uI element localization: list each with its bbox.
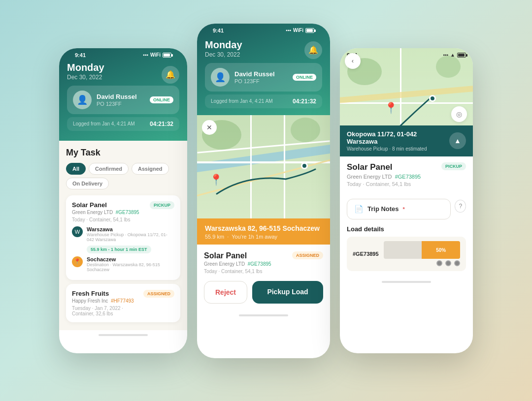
- driver-info: David Russel PO 123FF: [97, 93, 145, 107]
- logged-time: 04:21:32: [150, 121, 173, 127]
- phone3-origin-pin: 📍: [384, 102, 398, 115]
- task1-detail: Today · Container, 54,1 lbs: [72, 217, 139, 222]
- wifi-icon: WiFi: [150, 52, 161, 58]
- phone2-online-badge: ONLINE: [293, 74, 316, 81]
- bell-button[interactable]: 🔔: [162, 66, 179, 84]
- location-eta: You're 1h 1m away: [232, 234, 277, 240]
- route-origin-sub: Warehouse Pickup · Okopowa 11/72, 01-042…: [87, 232, 174, 242]
- map-dest-pin: [301, 162, 308, 169]
- phone2-driver-card: 👤 David Russel PO 123FF ONLINE: [205, 63, 322, 92]
- trip-notes-button[interactable]: 📄 Trip Notes*: [347, 199, 451, 219]
- signal-icon: ▪▪▪: [143, 52, 148, 58]
- reject-button[interactable]: Reject: [204, 281, 247, 304]
- task-card-solar[interactable]: Solar Panel Green Energy LTD #GE73895 To…: [66, 195, 180, 280]
- wheel-1: [436, 260, 442, 266]
- route-distance: 55.9 km - 1 hour 1 min EST: [87, 246, 151, 253]
- location-button[interactable]: ◎: [451, 106, 467, 122]
- my-task-section: My Task All Confirmed Assigned On Delive…: [59, 141, 187, 330]
- phone-1: 9:41 ▪▪▪ WiFi Monday Dec 30, 2022 🔔 👤 Da…: [59, 48, 187, 353]
- phone3-company: Green Energy LTD #GE73895: [347, 174, 421, 180]
- route-origin: W Warszawa Warehouse Pickup · Okopowa 11…: [72, 226, 174, 242]
- phone-3: 9:41 ▪▪▪ ▲: [340, 48, 473, 353]
- phone2-logged-row: Logged from Jan 4, 4:21 AM 04:21:32: [205, 94, 322, 108]
- phone2-logged-text: Logged from Jan 4, 4:21 AM: [211, 98, 273, 104]
- route-dot-orange: 📍: [72, 256, 83, 267]
- trip-notes-left: 📄 Trip Notes*: [354, 205, 405, 214]
- filter-assigned[interactable]: Assigned: [132, 163, 169, 175]
- map-origin-pin: 📍: [209, 174, 223, 186]
- route-destination: 📍 Sochaczew Destination · Warszawska 82,…: [72, 256, 174, 272]
- route-dest-sub: Destination · Warszawska 82, 96-515 Soch…: [87, 262, 174, 272]
- address-card: Okopowa 11/72, 01-042 Warszawa Warehouse…: [340, 125, 473, 156]
- section-title: My Task: [66, 148, 180, 158]
- phone3-task-header: Solar Panel Green Energy LTD #GE73895 To…: [347, 162, 466, 187]
- location-name: Warszawska 82, 96-515 Sochaczew: [205, 224, 322, 232]
- location-sub: 55.9 km · You're 1h 1m away: [205, 234, 322, 240]
- phone1-header: 9:41 ▪▪▪ WiFi Monday Dec 30, 2022 🔔 👤 Da…: [59, 48, 187, 141]
- filter-all[interactable]: All: [66, 163, 86, 175]
- logged-text: Logged from Jan 4, 4:21 AM: [73, 121, 135, 126]
- task1-name: Solar Panel: [72, 201, 139, 209]
- load-details-title: Load details: [347, 225, 466, 233]
- address-sub: Warehouse Pickup · 8 min estimated: [347, 146, 449, 152]
- phone2-header: 9:41 ▪▪▪ WiFi Monday Dec 30, 2022 🔔 👤 Da…: [197, 24, 330, 115]
- driver-id: PO 123FF: [97, 101, 145, 107]
- help-button[interactable]: ?: [455, 200, 466, 213]
- task2-company: Happy Fresh Inc #HF77493: [72, 298, 143, 304]
- location-distance: 55.9 km: [205, 234, 224, 240]
- task1-company: Green Energy LTD #GE73895: [72, 210, 139, 215]
- back-button[interactable]: ‹: [345, 53, 361, 69]
- phone3-signal: ▪▪▪: [443, 52, 448, 58]
- filter-delivery[interactable]: On Delivery: [66, 178, 109, 189]
- task2-name: Fresh Fruits: [72, 290, 143, 297]
- phone3-battery: [457, 53, 466, 58]
- trip-notes-label: Trip Notes: [367, 205, 399, 213]
- phone2-wifi: WiFi: [293, 28, 303, 33]
- phone2-day: Monday: [205, 39, 242, 51]
- trip-notes-row: 📄 Trip Notes* ?: [347, 193, 466, 219]
- task-card-fruits[interactable]: Fresh Fruits Happy Fresh Inc #HF77493 Tu…: [66, 284, 180, 322]
- filter-confirmed[interactable]: Confirmed: [89, 163, 129, 175]
- battery-icon: [163, 53, 171, 58]
- truck-fill: 50%: [422, 241, 460, 259]
- phone3-pickup-badge: PICKUP: [441, 162, 466, 170]
- phone2-driver-name: David Russel: [234, 70, 288, 78]
- phone2-map: 📍 ✕: [197, 115, 330, 218]
- phone3-map: 9:41 ▪▪▪ ▲: [340, 48, 473, 156]
- phone2-task-header: Solar Panel Green Energy LTD #GE73895 To…: [204, 251, 323, 274]
- pickup-load-button[interactable]: Pickup Load: [252, 281, 323, 304]
- phone2-home-indicator: [239, 314, 288, 316]
- phone2-avatar: 👤: [211, 68, 230, 87]
- route-dest-label: Sochaczew: [87, 256, 174, 262]
- driver-avatar: 👤: [73, 91, 92, 109]
- phone3-dest-dot: [429, 95, 436, 102]
- phone3-detail: Today · Container, 54,1 lbs: [347, 181, 421, 187]
- asterisk: *: [403, 206, 405, 212]
- phone2-content: Solar Panel Green Energy LTD #GE73895 To…: [197, 245, 330, 310]
- phone2-bell[interactable]: 🔔: [304, 41, 322, 59]
- close-map-button[interactable]: ✕: [202, 120, 217, 135]
- truck-container-bg: 50%: [384, 241, 460, 259]
- navigate-button[interactable]: ▲: [449, 132, 466, 149]
- phone-2: 9:41 ▪▪▪ WiFi Monday Dec 30, 2022 🔔 👤 Da…: [197, 24, 330, 358]
- phone2-time: 9:41: [213, 28, 224, 33]
- map-background: 📍 ✕: [197, 115, 330, 218]
- driver-name: David Russel: [97, 93, 145, 100]
- document-icon: 📄: [354, 205, 364, 214]
- load-visual: #GE73895 50%: [347, 237, 466, 271]
- truck-visual: 50%: [384, 242, 460, 266]
- phone2-battery: [305, 28, 314, 33]
- phone1-time: 9:41: [75, 52, 86, 58]
- route-info: W Warszawa Warehouse Pickup · Okopowa 11…: [72, 226, 174, 272]
- phone3-home-indicator: [382, 281, 431, 283]
- phone3-task-name: Solar Panel: [347, 162, 421, 172]
- route-dot-green: W: [72, 226, 83, 237]
- phone3-wifi: ▲: [450, 52, 455, 58]
- filter-tabs: All Confirmed Assigned On Delivery: [66, 163, 180, 189]
- truck-container: 50%: [384, 241, 460, 266]
- phone2-driver-id: PO 123FF: [234, 78, 288, 84]
- task2-badge: ASSIGNED: [143, 290, 174, 298]
- wheel-2: [445, 260, 451, 266]
- location-banner: Warszawska 82, 96-515 Sochaczew 55.9 km …: [197, 218, 330, 245]
- address-title: Okopowa 11/72, 01-042 Warszawa: [347, 130, 449, 145]
